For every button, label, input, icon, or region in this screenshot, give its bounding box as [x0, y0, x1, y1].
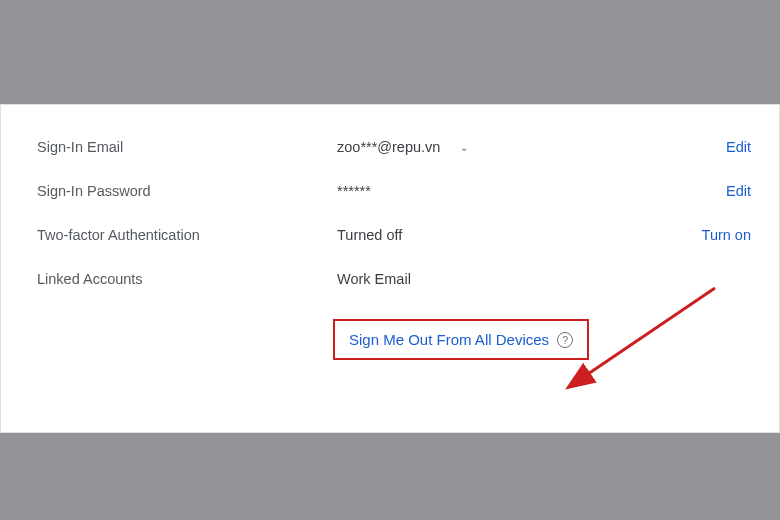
turn-on-two-factor-link[interactable]: Turn on [702, 227, 751, 243]
value-two-factor: Turned off [337, 227, 661, 243]
label-two-factor: Two-factor Authentication [37, 227, 337, 243]
help-icon[interactable]: ? [557, 332, 573, 348]
row-two-factor: Two-factor Authentication Turned off Tur… [37, 213, 751, 257]
row-signin-email: Sign-In Email zoo***@repu.vn ⌄ Edit [37, 125, 751, 169]
value-linked-accounts: Work Email [337, 271, 661, 287]
label-signin-password: Sign-In Password [37, 183, 337, 199]
label-linked-accounts: Linked Accounts [37, 271, 337, 287]
two-factor-status: Turned off [337, 227, 402, 243]
password-masked-value: ****** [337, 183, 371, 199]
value-signin-email: zoo***@repu.vn ⌄ [337, 139, 661, 155]
edit-email-link[interactable]: Edit [726, 139, 751, 155]
edit-password-link[interactable]: Edit [726, 183, 751, 199]
value-signin-password: ****** [337, 183, 661, 199]
row-signin-password: Sign-In Password ****** Edit [37, 169, 751, 213]
linked-account-value: Work Email [337, 271, 411, 287]
expand-email-icon[interactable]: ⌄ [460, 142, 468, 153]
email-value: zoo***@repu.vn [337, 139, 440, 155]
signout-all-devices-box: Sign Me Out From All Devices ? [333, 319, 589, 360]
row-linked-accounts: Linked Accounts Work Email [37, 257, 751, 301]
label-signin-email: Sign-In Email [37, 139, 337, 155]
settings-panel: Sign-In Email zoo***@repu.vn ⌄ Edit Sign… [0, 104, 780, 433]
signout-all-devices-link[interactable]: Sign Me Out From All Devices [349, 331, 549, 348]
